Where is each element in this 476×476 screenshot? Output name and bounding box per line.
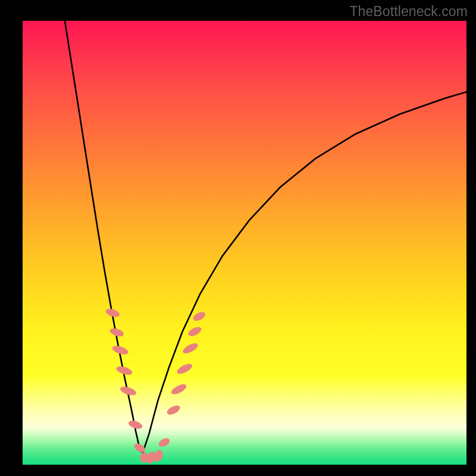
- series-left-branch: [65, 21, 140, 452]
- marker-dot: [181, 342, 199, 356]
- watermark-text: TheBottleneck.com: [349, 4, 468, 20]
- curve-layer: [23, 21, 466, 465]
- marker-dot: [133, 442, 146, 454]
- series-right-branch: [142, 92, 466, 453]
- marker-dot: [157, 437, 171, 449]
- marker-dot: [170, 382, 187, 396]
- plot-area: [23, 21, 466, 465]
- marker-dot: [192, 310, 206, 322]
- marker-dot: [176, 362, 193, 376]
- chart-frame: TheBottleneck.com: [0, 0, 476, 476]
- marker-dots: [105, 307, 206, 464]
- marker-dot: [187, 325, 203, 338]
- marker-dot: [165, 403, 181, 416]
